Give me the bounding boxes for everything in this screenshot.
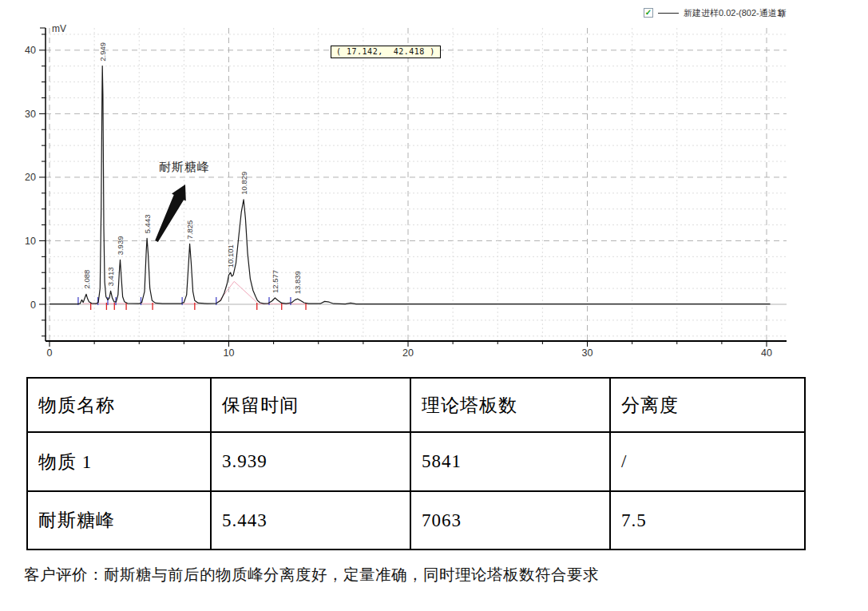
peak-rt-label: 5.443 [143, 215, 152, 234]
header-theoretical-plates: 理论塔板数 [410, 378, 610, 432]
table-row: 耐斯糖峰 5.443 7063 7.5 [27, 491, 805, 550]
x-axis-tick-label: 10 [224, 347, 235, 359]
legend-checkbox[interactable]: ✓ [644, 8, 653, 18]
cell-resolution: 7.5 [610, 491, 805, 550]
peak-results-table: 物质名称 保留时间 理论塔板数 分离度 物质 1 3.939 5841 / 耐斯… [26, 377, 806, 550]
peak-rt-label: 13.839 [293, 271, 302, 294]
peak-rt-label: 3.413 [106, 268, 115, 287]
peak-annotation-label: 耐斯糖峰 [159, 160, 210, 175]
x-axis-tick-label: 30 [582, 347, 593, 359]
table-row: 物质 1 3.939 5841 / [27, 432, 805, 491]
y-axis-tick-label: 30 [25, 109, 36, 120]
cell-plates: 5841 [410, 432, 610, 491]
peak-rt-label: 3.939 [116, 236, 125, 256]
header-resolution: 分离度 [610, 378, 805, 432]
signal-trace [50, 66, 771, 304]
header-substance-name: 物质名称 [27, 378, 211, 432]
peak-rt-label: 10.101 [226, 244, 235, 268]
y-axis-tick-label: 40 [25, 45, 36, 56]
customer-evaluation-note: 客户评价：耐斯糖与前后的物质峰分离度好，定量准确，同时理论塔板数符合要求 [24, 564, 838, 585]
chromatogram-chart: 010203040010203040mV 2.0882.9493.4133.93… [0, 0, 868, 369]
y-axis-unit-label: mV [52, 23, 66, 34]
legend-line-sample [658, 13, 679, 14]
cell-substance: 物质 1 [27, 432, 211, 491]
peak-rt-label: 2.949 [98, 42, 107, 61]
y-axis-tick-label: 0 [30, 300, 36, 311]
header-retention-time: 保留时间 [211, 378, 410, 432]
peak-rt-label: 10.829 [240, 172, 248, 195]
x-axis-tick-label: 20 [402, 347, 414, 359]
gridlines [46, 28, 787, 341]
legend: ✓ 新建进样0.02-(802-通道1) [644, 6, 785, 19]
x-axis-tick-label: 40 [761, 347, 772, 359]
cursor-coordinate-readout: ( 17.142, 42.418 ) [331, 46, 441, 58]
legend-next-item-clipped: 新 [778, 7, 787, 19]
peak-rt-label: 2.088 [82, 270, 91, 289]
cell-resolution: / [610, 432, 805, 491]
table-header-row: 物质名称 保留时间 理论塔板数 分离度 [27, 378, 805, 432]
legend-label: 新建进样0.02-(802-通道1) [684, 7, 785, 19]
cell-plates: 7063 [410, 491, 610, 550]
cell-retention: 5.443 [211, 491, 410, 550]
skim-line [218, 281, 256, 302]
peak-rt-label: 7.825 [185, 220, 194, 240]
x-axis-tick-label: 0 [47, 347, 53, 359]
chromatogram-trace [50, 66, 771, 304]
y-axis-tick-label: 10 [25, 236, 36, 247]
peak-rt-label: 12.577 [271, 270, 279, 293]
y-axis-tick-label: 20 [25, 172, 36, 183]
cell-substance: 耐斯糖峰 [27, 491, 211, 550]
cell-retention: 3.939 [211, 432, 410, 491]
